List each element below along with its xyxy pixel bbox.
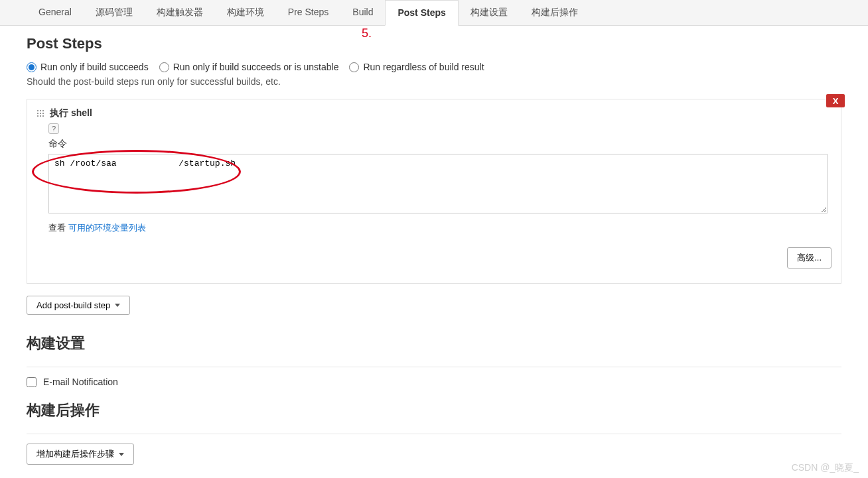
see-prefix: 查看	[48, 223, 68, 233]
env-vars-link[interactable]: 可用的环境变量列表	[68, 223, 146, 233]
drag-handle-icon[interactable]	[36, 109, 44, 117]
tabs-bar: General 源码管理 构建触发器 构建环境 Pre Steps Build …	[0, 0, 868, 26]
tab-build-env[interactable]: 构建环境	[215, 0, 276, 25]
tab-post-build[interactable]: 构建后操作	[520, 0, 590, 25]
radio-succeeds-label: Run only if build succeeds	[40, 62, 149, 72]
radio-regardless-label: Run regardless of build result	[363, 62, 484, 72]
radio-regardless[interactable]: Run regardless of build result	[349, 62, 484, 72]
radio-row: Run only if build succeeds Run only if b…	[27, 62, 841, 72]
email-notification-checkbox[interactable]	[27, 377, 36, 387]
tab-build-settings[interactable]: 构建设置	[459, 0, 520, 25]
step-title: 执行 shell	[50, 107, 92, 119]
advanced-row: 高级...	[36, 247, 832, 269]
help-text: Should the post-build steps run only for…	[27, 76, 841, 87]
command-wrapper	[36, 154, 832, 215]
chevron-down-icon	[115, 304, 120, 307]
content: Post Steps Run only if build succeeds Ru…	[0, 26, 868, 478]
tab-triggers[interactable]: 构建触发器	[145, 0, 215, 25]
add-post-build-action-button[interactable]: 增加构建后操作步骤	[27, 444, 134, 465]
radio-succeeds[interactable]: Run only if build succeeds	[27, 62, 149, 72]
command-label: 命令	[48, 138, 832, 150]
email-notification-label: E-mail Notification	[43, 377, 118, 387]
section-title-post-steps: Post Steps	[27, 35, 841, 52]
chevron-down-icon	[119, 453, 124, 456]
see-env-vars: 查看 可用的环境变量列表	[48, 222, 832, 234]
add-post-build-step-label: Add post-build step	[36, 300, 110, 310]
annotation-5: 5.	[362, 27, 372, 40]
tab-scm[interactable]: 源码管理	[84, 0, 145, 25]
radio-unstable[interactable]: Run only if build succeeds or is unstabl…	[159, 62, 339, 72]
section-title-build-settings: 构建设置	[27, 333, 841, 353]
radio-unstable-input[interactable]	[159, 62, 169, 72]
help-icon[interactable]: ?	[48, 123, 59, 134]
tab-build[interactable]: Build	[340, 0, 385, 25]
tab-general[interactable]: General	[27, 0, 84, 25]
radio-regardless-input[interactable]	[349, 62, 359, 72]
delete-step-button[interactable]: X	[826, 94, 845, 107]
post-build-section: 构建后操作	[27, 400, 841, 434]
radio-unstable-label: Run only if build succeeds or is unstabl…	[173, 62, 339, 72]
add-post-build-action-label: 增加构建后操作步骤	[36, 448, 114, 460]
command-textarea[interactable]	[48, 154, 828, 213]
shell-step-box: X 执行 shell ? 命令 查看 可用的环境变量列表 高级...	[27, 99, 841, 284]
radio-succeeds-input[interactable]	[27, 62, 36, 72]
advanced-button[interactable]: 高级...	[787, 247, 832, 269]
tab-pre-steps[interactable]: Pre Steps	[276, 0, 340, 25]
email-notification-row: E-mail Notification	[27, 377, 841, 387]
section-title-post-build: 构建后操作	[27, 400, 841, 420]
add-post-build-step-button[interactable]: Add post-build step	[27, 296, 130, 315]
step-header: 执行 shell	[36, 107, 832, 119]
build-settings-section: 构建设置	[27, 333, 841, 367]
tab-post-steps[interactable]: Post Steps	[385, 0, 458, 26]
